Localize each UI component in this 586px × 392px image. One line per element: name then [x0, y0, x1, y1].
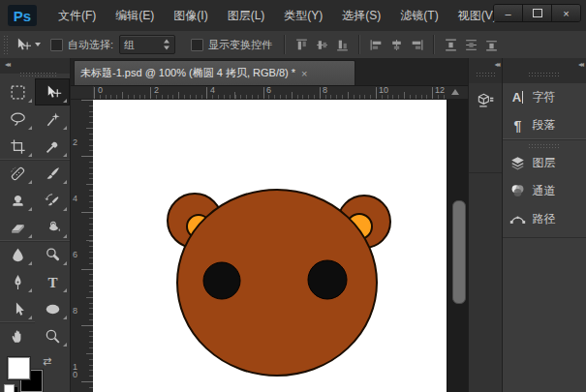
- h-ruler-label: 10: [379, 86, 388, 95]
- default-colors-icon[interactable]: [4, 384, 15, 392]
- ellipse-shape-tool[interactable]: [35, 295, 70, 322]
- magic-wand-icon: [44, 110, 62, 129]
- align-top-edges-button[interactable]: [293, 37, 310, 53]
- narrow-dock-collapse-icon[interactable]: ◂◂: [494, 60, 498, 69]
- channels-panel-button[interactable]: 通道: [503, 177, 586, 205]
- distribute-vertical-centers-button[interactable]: [463, 37, 479, 53]
- current-tool-button[interactable]: [14, 37, 41, 53]
- vertical-scrollbar-thumb[interactable]: [452, 200, 466, 304]
- history-brush-tool[interactable]: [35, 187, 70, 214]
- eraser-tool[interactable]: [0, 214, 35, 241]
- pen-icon: [9, 273, 27, 291]
- toolbox-collapse-icon[interactable]: ◂◂: [5, 60, 9, 69]
- h-ruler-label: 12: [435, 86, 445, 95]
- document-tab[interactable]: 未标题-1.psd @ 100% (椭圆 4 拷贝, RGB/8) * ×: [74, 60, 355, 85]
- layers-panel-label: 图层: [532, 155, 555, 171]
- left-eye: [203, 262, 240, 299]
- hand-icon: [9, 327, 27, 346]
- distribute-top-edges-button[interactable]: [443, 37, 459, 53]
- menu-select[interactable]: 选择(S): [332, 0, 390, 31]
- dodge-tool[interactable]: [35, 241, 70, 268]
- paint-bucket-icon: [44, 219, 62, 237]
- maximize-icon: [533, 9, 542, 17]
- menu-edit[interactable]: 编辑(E): [106, 0, 164, 31]
- ellipse-shape-icon: [44, 300, 62, 318]
- channels-panel-label: 通道: [532, 183, 555, 199]
- brush-tool[interactable]: [35, 160, 70, 187]
- h-ruler-label: 4: [210, 86, 215, 95]
- document-tab-bar: 未标题-1.psd @ 100% (椭圆 4 拷贝, RGB/8) * ×: [71, 58, 468, 86]
- align-horizontal-centers-button[interactable]: [388, 37, 405, 53]
- 3d-panel-button[interactable]: [473, 89, 498, 112]
- close-button[interactable]: ×: [551, 5, 580, 21]
- options-grip[interactable]: [3, 35, 8, 54]
- auto-select-checkbox[interactable]: [50, 39, 63, 51]
- tab-close-icon[interactable]: ×: [301, 68, 307, 79]
- lasso-icon: [9, 110, 27, 129]
- vertical-ruler[interactable]: 246810: [71, 100, 93, 392]
- move-tool[interactable]: [35, 78, 70, 106]
- menu-filter[interactable]: 滤镜(T): [390, 0, 447, 31]
- rectangular-marquee-tool[interactable]: [0, 78, 35, 106]
- 3d-cube-icon: [476, 91, 495, 110]
- magic-wand-tool[interactable]: [35, 106, 70, 133]
- align-bottom-edges-button[interactable]: [334, 37, 351, 53]
- align-right-edges-button[interactable]: [409, 37, 425, 53]
- horizontal-ruler[interactable]: 024681012: [94, 86, 447, 99]
- auto-select-target-dropdown[interactable]: 组: [119, 35, 175, 54]
- lasso-tool[interactable]: [0, 106, 35, 133]
- crop-tool[interactable]: [0, 133, 35, 160]
- brush-icon: [44, 165, 62, 183]
- blur-tool[interactable]: [0, 241, 35, 268]
- menu-image[interactable]: 图像(I): [164, 0, 217, 31]
- type-tool[interactable]: T: [35, 268, 70, 295]
- toolbox-panel: ◂◂ T: [0, 58, 71, 392]
- clone-stamp-tool[interactable]: [0, 187, 35, 214]
- layers-icon: [509, 154, 527, 172]
- color-swatches: ⇄: [0, 355, 70, 392]
- pen-tool[interactable]: [0, 268, 35, 295]
- spot-healing-brush-tool[interactable]: [0, 160, 35, 187]
- menu-file[interactable]: 文件(F): [48, 0, 106, 31]
- character-panel-button[interactable]: A 字符: [503, 83, 586, 111]
- narrow-dock-content: [469, 83, 503, 173]
- paragraph-panel-button[interactable]: ¶ 段落: [503, 111, 586, 139]
- foreground-swatch[interactable]: [8, 357, 30, 379]
- eyedropper-tool[interactable]: [35, 133, 70, 160]
- swap-colors-icon[interactable]: ⇄: [43, 355, 51, 368]
- hand-tool[interactable]: [0, 322, 35, 349]
- rectangular-marquee-icon: [9, 83, 27, 102]
- healing-brush-icon: [9, 165, 27, 183]
- panel-dock-collapse-icon[interactable]: ◂◂: [578, 60, 582, 69]
- path-selection-tool[interactable]: [0, 295, 35, 322]
- v-ruler-label: 6: [73, 251, 79, 258]
- tool-preset-caret: [35, 43, 41, 46]
- ps-logo: Ps: [8, 5, 37, 26]
- align-left-edges-button[interactable]: [368, 37, 385, 53]
- show-transform-checkbox[interactable]: [191, 39, 203, 51]
- zoom-tool[interactable]: [35, 322, 70, 349]
- minimize-button[interactable]: –: [494, 5, 522, 21]
- paths-panel-button[interactable]: 路径: [503, 205, 586, 233]
- narrow-dock-grip[interactable]: [476, 72, 496, 78]
- options-bar: 自动选择: 组 显示变换控件: [0, 31, 586, 60]
- show-transform-label: 显示变换控件: [208, 38, 272, 52]
- distribute-bottom-edges-button[interactable]: [483, 37, 500, 53]
- toolbox-header: ◂◂: [0, 58, 70, 74]
- narrow-dock-header: ◂◂: [469, 58, 503, 83]
- layers-panel-button[interactable]: 图层: [503, 149, 586, 177]
- canvas-page[interactable]: [93, 100, 447, 392]
- align-vertical-centers-button[interactable]: [314, 37, 330, 53]
- menu-layer[interactable]: 图层(L): [218, 0, 275, 31]
- v-ruler-label: 10: [73, 363, 79, 378]
- scroll-up-arrow[interactable]: [451, 89, 459, 95]
- panel-dock-grip[interactable]: [528, 72, 559, 78]
- menu-type[interactable]: 类型(Y): [274, 0, 332, 31]
- type-icon: T: [44, 273, 62, 291]
- layers-group-grip[interactable]: [528, 143, 559, 150]
- maximize-button[interactable]: [522, 5, 551, 21]
- toolbox-grip[interactable]: [19, 72, 56, 78]
- paint-bucket-tool[interactable]: [35, 214, 70, 241]
- options-separator-3: [433, 35, 435, 54]
- eyedropper-icon: [44, 137, 62, 156]
